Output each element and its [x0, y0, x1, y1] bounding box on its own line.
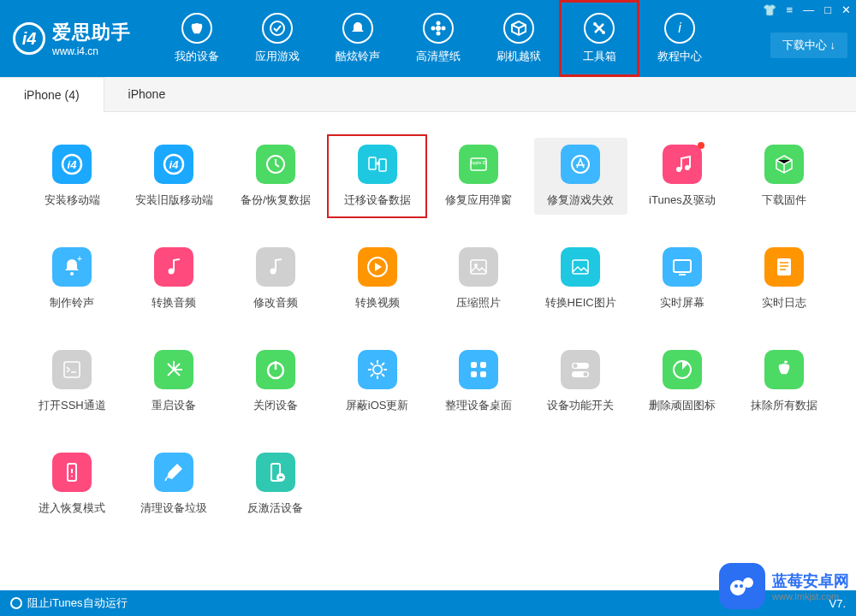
power-icon: [256, 350, 295, 389]
apple2-icon: [764, 350, 804, 389]
app-logo: i4 爱思助手 www.i4.cn: [13, 20, 131, 57]
maximize-button[interactable]: □: [824, 3, 831, 16]
tool-pie[interactable]: 删除顽固图标: [636, 343, 729, 420]
tool-apple2[interactable]: 抹除所有数据: [737, 343, 830, 420]
tool-i4[interactable]: i4安装移动端: [26, 138, 119, 215]
nav-tools[interactable]: 工具箱: [559, 0, 639, 77]
svg-point-5: [442, 27, 446, 31]
tool-appleid[interactable]: Apple ID修复应用弹窗: [432, 138, 526, 215]
nav-flower[interactable]: 高清壁纸: [398, 0, 479, 77]
svg-text:i: i: [678, 21, 681, 35]
logo-icon: i4: [13, 22, 45, 55]
tool-restart[interactable]: 重启设备: [128, 343, 221, 420]
tool-transfer[interactable]: 迁移设备数据: [330, 138, 424, 215]
tool-heic[interactable]: 转换HEIC图片: [534, 240, 627, 317]
heic-icon: [561, 247, 600, 287]
svg-point-40: [373, 365, 382, 374]
tool-image[interactable]: 压缩照片: [432, 240, 526, 317]
tool-gear[interactable]: 屏蔽iOS更新: [330, 343, 424, 420]
svg-point-7: [602, 31, 605, 34]
svg-point-6: [593, 22, 597, 26]
nav-label: 工具箱: [583, 49, 616, 64]
nav-label: 教程中心: [657, 49, 702, 64]
svg-rect-52: [480, 371, 486, 377]
deactivate-icon: [256, 453, 295, 492]
tool-i4[interactable]: i4安装旧版移动端: [128, 138, 221, 215]
tool-deactivate[interactable]: 反激活设备: [229, 446, 323, 523]
tab-device[interactable]: iPhone (4): [0, 77, 104, 112]
nav-apps[interactable]: 应用游戏: [237, 0, 318, 77]
svg-point-0: [270, 21, 284, 35]
main-nav: 我的设备应用游戏酷炫铃声高清壁纸刷机越狱工具箱i教程中心: [157, 0, 720, 77]
minimize-button[interactable]: —: [803, 3, 814, 16]
svg-line-46: [382, 374, 384, 376]
tool-bell2[interactable]: +制作铃声: [26, 240, 119, 317]
tool-play[interactable]: 转换视频: [330, 240, 424, 317]
switch-icon: [561, 350, 600, 389]
download-center-button[interactable]: 下载中心 ↓: [770, 33, 847, 58]
i4-icon: i4: [154, 145, 193, 184]
svg-point-4: [431, 27, 436, 31]
svg-line-37: [174, 364, 180, 370]
bell-icon: [342, 13, 373, 44]
tool-label: 转换音频: [152, 295, 196, 311]
tool-label: 整理设备桌面: [445, 398, 512, 413]
svg-rect-51: [471, 371, 477, 377]
app-name: 爱思助手: [52, 20, 131, 45]
watermark-title: 蓝莓安卓网: [772, 571, 849, 591]
tool-label: 删除顽固图标: [649, 398, 716, 413]
svg-point-58: [784, 361, 788, 364]
itunes-block-label[interactable]: 阻止iTunes自动运行: [27, 595, 128, 611]
apps-icon: [262, 13, 293, 44]
tool-cube[interactable]: 下载固件: [737, 138, 830, 215]
tool-label: 安装旧版移动端: [135, 192, 213, 208]
close-button[interactable]: ✕: [841, 3, 851, 16]
tool-recovery[interactable]: 进入恢复模式: [26, 446, 119, 523]
tool-grid[interactable]: 整理设备桌面: [432, 343, 526, 420]
tool-audio2[interactable]: 修改音频: [229, 240, 323, 317]
tools-grid: i4安装移动端i4安装旧版移动端备份/恢复数据迁移设备数据Apple ID修复应…: [0, 112, 856, 531]
nav-info[interactable]: i教程中心: [639, 0, 720, 77]
nav-box[interactable]: 刷机越狱: [479, 0, 559, 77]
window-controls: 👕 ≡ — □ ✕: [763, 3, 851, 16]
tool-label: 设备功能开关: [547, 398, 614, 413]
nav-bell[interactable]: 酷炫铃声: [318, 0, 398, 77]
tab-device[interactable]: iPhone: [104, 77, 190, 111]
tool-label: 关闭设备: [253, 398, 298, 413]
tool-power[interactable]: 关闭设备: [229, 343, 323, 420]
radio-icon[interactable]: [10, 597, 22, 609]
restore-icon: [256, 145, 295, 184]
tool-clean[interactable]: 清理设备垃圾: [128, 446, 221, 523]
gear-icon: [358, 350, 397, 389]
appleid-icon: Apple ID: [459, 145, 498, 184]
cube-icon: [764, 145, 804, 184]
tool-screen[interactable]: 实时屏幕: [636, 240, 729, 317]
svg-point-3: [437, 32, 441, 36]
box-icon: [503, 13, 534, 44]
tool-audio[interactable]: 转换音频: [128, 240, 221, 317]
svg-point-63: [743, 578, 753, 588]
menu-icon[interactable]: ≡: [787, 3, 794, 16]
svg-point-56: [584, 372, 588, 376]
tool-label: iTunes及驱动: [649, 192, 716, 208]
svg-text:i4: i4: [169, 158, 180, 171]
svg-rect-50: [480, 362, 486, 368]
svg-rect-15: [379, 159, 386, 171]
svg-rect-28: [573, 260, 588, 274]
watermark-url: www.lmkjst.com: [772, 591, 849, 601]
log-icon: [764, 247, 804, 287]
theme-icon[interactable]: 👕: [763, 3, 776, 16]
tool-music[interactable]: iTunes及驱动: [636, 138, 729, 215]
tool-ssh[interactable]: 打开SSH通道: [26, 343, 119, 420]
tool-label: 反激活设备: [247, 500, 303, 516]
tool-label: 转换视频: [355, 295, 400, 311]
svg-point-54: [574, 364, 578, 368]
svg-rect-14: [369, 157, 376, 169]
tool-appstore[interactable]: 修复游戏失效: [534, 138, 627, 215]
tool-restore[interactable]: 备份/恢复数据: [229, 138, 323, 215]
nav-apple[interactable]: 我的设备: [157, 0, 237, 77]
tool-log[interactable]: 实时日志: [737, 240, 830, 317]
tool-switch[interactable]: 设备功能开关: [534, 343, 627, 420]
tool-label: 下载固件: [762, 192, 806, 208]
play-icon: [358, 247, 397, 287]
